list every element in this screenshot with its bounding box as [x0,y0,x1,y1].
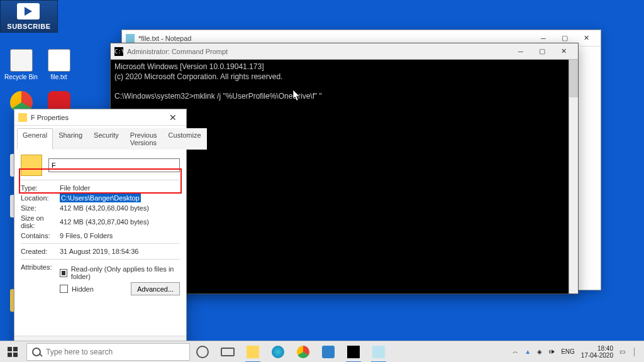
text-file-icon [48,49,70,72]
maximize-button[interactable]: ▢ [531,45,553,58]
notepad-title: *file.txt - Notepad [138,35,533,42]
minimize-button[interactable]: ─ [510,45,531,58]
location-value[interactable]: C:\Users\Banger\Desktop [60,194,141,202]
taskbar-edge[interactable] [265,341,291,363]
search-placeholder: Type here to search [46,348,113,356]
size-on-disk-value: 412 MB (43,20,87,040 bytes) [60,218,180,226]
advanced-button[interactable]: Advanced... [131,282,180,295]
folder-icon [18,113,27,122]
language-indicator[interactable]: ENG [561,348,575,355]
cmd-taskbar-icon [347,346,360,358]
tab-previous-versions[interactable]: Previous Versions [125,128,163,150]
folder-name-input[interactable] [48,158,180,172]
start-button[interactable] [0,341,25,363]
cmd-scrollbar[interactable] [569,60,578,293]
cortana-button[interactable] [190,341,215,363]
tab-security[interactable]: Security [88,128,125,150]
close-button[interactable]: ✕ [164,112,182,123]
taskbar-chrome[interactable] [291,341,316,363]
task-view-icon [221,348,235,356]
recycle-bin-label: Recycle Bin [4,74,38,80]
cmd-line-1: Microsoft Windows [Version 10.0.19041.17… [114,62,264,71]
taskbar-time: 18:40 [581,345,613,352]
cortana-icon [196,346,209,358]
taskbar-search[interactable]: Type here to search [26,343,190,361]
contains-value: 9 Files, 0 Folders [60,232,180,239]
desktop-icon-file-txt[interactable]: file.txt [42,49,76,80]
close-button[interactable]: ✕ [575,31,597,45]
cmd-icon: C:\ [114,47,123,56]
created-value: 31 August 2019, 18:54:36 [60,248,180,255]
wise-icon [322,346,335,358]
properties-title: F Properties [31,114,164,121]
properties-titlebar[interactable]: F Properties ✕ [14,109,186,126]
volume-tray-icon[interactable]: 🕪 [548,348,555,355]
scrollbar-thumb[interactable] [569,60,578,97]
readonly-checkbox[interactable] [60,269,67,277]
cmd-prompt-line: C:\Windows\system32>mklink /j "%UserProf… [114,92,322,101]
tab-customize[interactable]: Customize [163,128,207,150]
windows-logo-icon [8,347,18,357]
created-label: Created: [21,248,60,255]
taskbar-cmd[interactable] [341,341,366,363]
taskbar-notepad[interactable] [366,341,391,363]
hidden-label: Hidden [72,285,94,293]
tab-general[interactable]: General [17,128,53,150]
show-desktop-button[interactable] [634,348,639,356]
system-tray: ︿ ▲ ◈ 🕪 ENG 18:40 17-04-2020 ▭ [508,345,644,359]
search-icon [32,348,41,356]
attributes-label: Attributes: [21,263,60,271]
play-icon [17,3,40,19]
contains-label: Contains: [21,232,60,239]
taskbar-explorer[interactable] [240,341,265,363]
size-on-disk-label: Size on disk: [21,214,60,229]
chrome-icon [297,346,309,358]
taskbar-clock[interactable]: 18:40 17-04-2020 [581,345,613,359]
location-label: Location: [21,194,60,202]
recycle-bin-icon [10,49,33,72]
edge-icon [272,346,284,358]
task-view-button[interactable] [215,341,240,363]
notifications-button[interactable]: ▭ [619,348,625,355]
taskbar-date: 17-04-2020 [581,352,613,359]
properties-dialog[interactable]: F Properties ✕ General Sharing Security … [14,109,187,360]
notepad-taskbar-icon [372,346,385,358]
explorer-icon [247,346,259,358]
close-button[interactable]: ✕ [553,45,574,58]
onedrive-tray-icon[interactable]: ▲ [525,348,531,355]
network-tray-icon[interactable]: ◈ [537,348,542,355]
properties-tabs: General Sharing Security Previous Versio… [17,128,184,150]
subscribe-overlay: SUBSCRIBE [0,0,58,33]
type-label: Type: [21,184,60,192]
type-value: File folder [60,184,180,192]
file-txt-label: file.txt [50,74,67,80]
hidden-checkbox[interactable] [60,285,68,293]
size-label: Size: [21,204,60,212]
desktop-icon-recycle-bin[interactable]: Recycle Bin [4,49,38,80]
cmd-line-2: (c) 2020 Microsoft Corporation. All righ… [114,72,282,81]
tray-overflow-button[interactable]: ︿ [513,348,518,356]
cmd-title: Administrator: Command Prompt [127,48,510,55]
properties-body: Type:File folder Location:C:\Users\Bange… [14,150,186,304]
tab-sharing[interactable]: Sharing [53,128,88,150]
taskbar-wise[interactable] [316,341,341,363]
subscribe-label: SUBSCRIBE [7,23,50,30]
taskbar: Type here to search ︿ ▲ ◈ 🕪 ENG 18:40 17… [0,341,644,362]
size-value: 412 MB (43,20,68,040 bytes) [60,204,180,212]
cmd-titlebar[interactable]: C:\ Administrator: Command Prompt ─ ▢ ✕ [111,43,578,60]
folder-large-icon [21,155,42,176]
notepad-icon [126,34,135,43]
readonly-label: Read-only (Only applies to files in fold… [71,265,180,280]
